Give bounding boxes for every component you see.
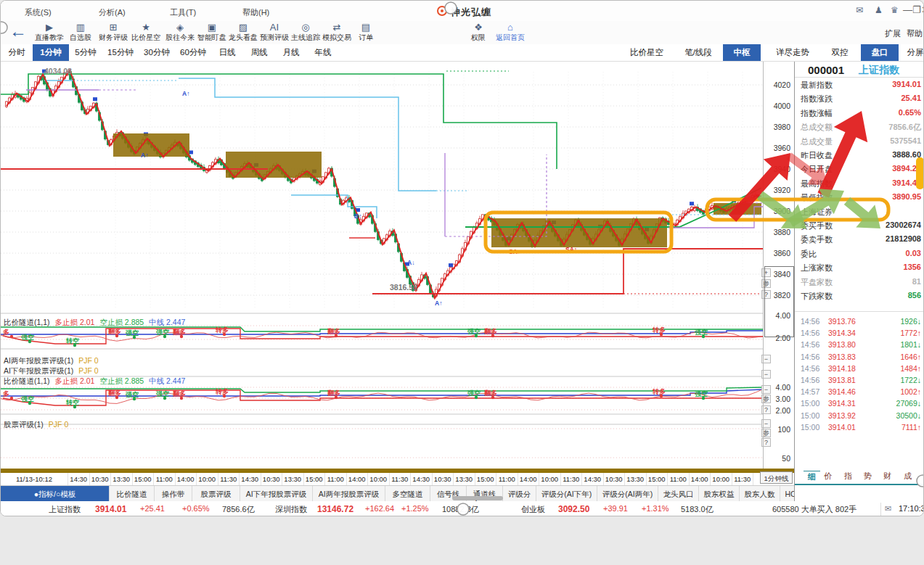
top-link-2[interactable]: 帮助 <box>907 28 923 39</box>
timeframe-月线[interactable]: 月线 <box>275 44 307 61</box>
bottom-tab-15[interactable]: 股东人数 <box>740 486 780 502</box>
quote-tab-指[interactable]: 指 <box>844 471 852 482</box>
vip-icon[interactable]: ♛ <box>891 5 899 15</box>
x-axis-label: 10:30 <box>604 473 626 485</box>
bottom-tab-3[interactable]: 操作带 <box>155 486 192 502</box>
mode-详尽走势[interactable]: 详尽走势 <box>766 44 819 61</box>
bottom-tab-14[interactable]: 股东权益 <box>699 486 740 502</box>
menu-1[interactable]: 系统(S) <box>25 7 52 18</box>
toolbar-item-orders[interactable]: ▤订单 <box>346 22 386 42</box>
y-axis-label: 3940 <box>761 165 790 173</box>
restore-button[interactable]: ❐ <box>912 4 921 15</box>
bottom-tab-6[interactable]: AI两年报股票评级 <box>313 486 385 502</box>
timeframe-1分钟[interactable]: 1分钟 <box>33 44 69 61</box>
timeframe-日线[interactable]: 日线 <box>211 44 243 61</box>
quote-name: 上证指数 <box>859 64 899 77</box>
y-axis-label: 3860 <box>761 249 790 257</box>
quote-row-value: 5375541 <box>890 136 921 147</box>
user-icon[interactable]: ♟ <box>875 5 883 15</box>
x-axis-label: 15:00 <box>304 473 326 485</box>
quote-tab-价[interactable]: 价 <box>824 471 832 482</box>
chart-mark: 强空 <box>695 329 708 336</box>
bottom-tab-11[interactable]: 评级分(AI下年) <box>536 486 597 502</box>
timeframe-周线[interactable]: 周线 <box>243 44 275 61</box>
quote-tab-细[interactable]: 细 <box>804 471 820 482</box>
x-axis-label: 11:00 <box>496 473 518 485</box>
quote-row-value: 0.65% <box>899 108 921 119</box>
quote-row-label: 指数涨跌 <box>801 94 833 104</box>
x-axis-label: 14:00 <box>347 473 369 485</box>
quote-row-上涨家数: 上涨家数1356 <box>801 263 921 273</box>
mail-icon[interactable]: ✉ <box>856 5 863 15</box>
minimize-button[interactable]: — <box>903 4 912 15</box>
quote-tab-underline <box>795 484 924 485</box>
mode-双控[interactable]: 双控 <box>821 44 859 61</box>
bottom-tab-4[interactable]: 股票评级 <box>192 486 240 502</box>
timeframe-年线[interactable]: 年线 <box>307 44 339 61</box>
signal-tag <box>690 202 694 205</box>
mode-盘口[interactable]: 盘口 <box>861 44 899 61</box>
bottom-tab-10[interactable]: 评级分 <box>503 486 536 502</box>
status-mail-icon[interactable]: ✉ <box>885 504 891 514</box>
timeframe-60分钟[interactable]: 60分钟 <box>175 44 211 61</box>
quote-row-label: 平盘家数 <box>801 277 833 288</box>
timeframe-30分钟[interactable]: 30分钟 <box>139 44 175 61</box>
y-axis-label: 3980 <box>761 123 790 131</box>
status-divider <box>880 503 881 516</box>
quote-row-value: 3888.60 <box>892 150 921 161</box>
bottom-tab-5[interactable]: AI下年报股票评级 <box>240 486 313 502</box>
menu-2[interactable]: 分析(A) <box>99 7 126 18</box>
timeframe-分时[interactable]: 分时 <box>1 44 33 61</box>
quote-tab-势[interactable]: 势 <box>864 471 872 482</box>
quote-row-指数涨幅: 指数涨幅0.65% <box>801 108 921 119</box>
chart-mark: SA↑ <box>509 248 520 255</box>
back-button[interactable]: ← <box>9 21 27 41</box>
quote-row-最低指数: 最低指数3890.95 <box>801 192 921 203</box>
quote-row-label: 总成交量 <box>801 136 833 147</box>
chart-mark: 强空 <box>156 390 169 397</box>
quote-tab-成[interactable]: 成 <box>904 471 912 482</box>
status-bar: 上证指数3914.01+25.41+0.65%7856.6亿深圳指数13146.… <box>1 501 924 516</box>
quote-row-今日开盘: 今日开盘3894.21 <box>801 164 921 175</box>
bottom-tab-1[interactable]: ●指标/○模板 <box>1 486 110 502</box>
quote-row-label: 委比 <box>801 249 817 260</box>
x-axis-label: 13:30 <box>625 473 647 485</box>
main-chart[interactable]: 4034.083816.58A↑A↑B↑A↓A↑SA↑SA↑多强空转空翻多强空强… <box>1 62 763 469</box>
status-item-13: +39.91 <box>603 504 628 513</box>
mode-中枢[interactable]: 中枢 <box>723 44 761 61</box>
tick-time: 14:57 <box>801 387 828 396</box>
quote-row-最新指数: 最新指数3914.01 <box>801 80 921 91</box>
top-link-1[interactable]: 扩展 <box>885 28 901 39</box>
quote-row-value: 0.03 <box>906 249 921 260</box>
back-home-icon: ⌂ <box>490 22 531 33</box>
mode-笔/线段[interactable]: 笔/线段 <box>676 44 721 61</box>
bottom-tab-2[interactable]: 比价隧道 <box>110 486 155 502</box>
quote-tab-财[interactable]: 财 <box>883 471 891 482</box>
menu-4[interactable]: 帮助(H) <box>242 7 269 18</box>
tick-row: 14:563913.801801↓ <box>801 340 921 349</box>
tick-price: 3914.18 <box>828 364 873 373</box>
app-title: 神光弘缠 <box>451 6 491 19</box>
bottom-tab-7[interactable]: 多空隧道 <box>385 486 430 502</box>
quote-row-指数涨跌: 指数涨跌25.41 <box>801 94 921 104</box>
bottom-tab-12[interactable]: 评级分(AI两年) <box>597 486 658 502</box>
tick-row: 15:003914.017111↑ <box>801 423 921 432</box>
panel2-signal-dot <box>491 396 494 399</box>
x-axis-label: 11:00 <box>154 473 176 485</box>
quote-row-value: 3894.21 <box>892 164 921 175</box>
x-axis-label: 13:30 <box>282 473 304 485</box>
mode-分屏[interactable]: 分屏 <box>901 44 924 61</box>
tick-row: 14:573914.461002↑ <box>801 387 921 396</box>
menu-3[interactable]: 工具(T) <box>170 7 196 18</box>
x-axis-label: 11:00 <box>325 473 347 485</box>
tick-volume: 30500↓ <box>873 411 921 420</box>
timeframe-15分钟[interactable]: 15分钟 <box>102 44 139 61</box>
close-button[interactable]: ✕ <box>921 4 924 15</box>
tick-price: 3913.83 <box>828 352 873 361</box>
bottom-tab-13[interactable]: 龙头风口 <box>658 486 699 502</box>
mode-比价星空[interactable]: 比价星空 <box>621 44 672 61</box>
panel1-signal-dot <box>133 336 136 339</box>
timeframe-5分钟[interactable]: 5分钟 <box>69 44 102 61</box>
x-axis-label: 10:00 <box>711 473 732 485</box>
toolbar-item-back-home[interactable]: ⌂返回首页 <box>490 22 531 42</box>
